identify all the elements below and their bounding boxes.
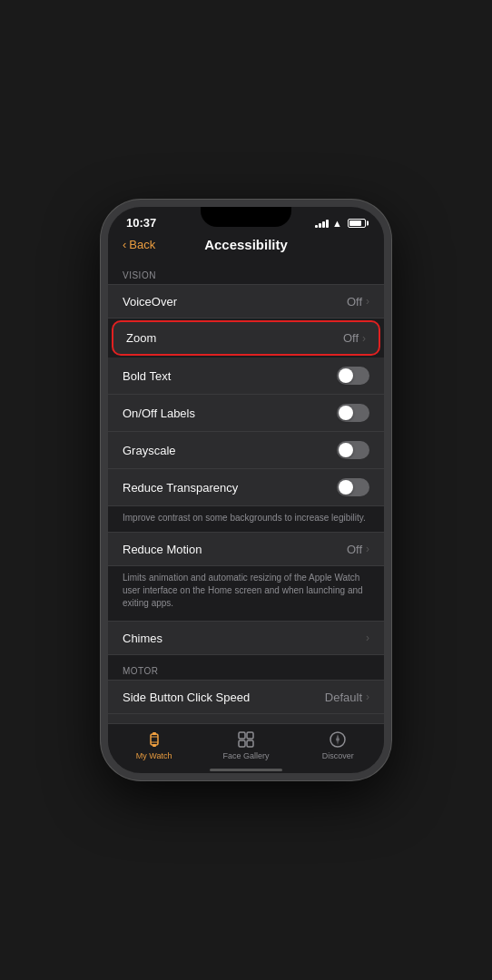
wifi-icon: ▲ bbox=[332, 218, 342, 229]
reduce-motion-value-text: Off bbox=[347, 543, 362, 556]
svg-rect-4 bbox=[153, 744, 156, 747]
phone-screen: 10:37 ▲ ‹ Back Accessibility bbox=[108, 207, 384, 773]
grayscale-toggle[interactable] bbox=[337, 441, 369, 459]
tab-bar: My Watch Face Gallery bbox=[108, 723, 384, 769]
reduce-motion-label: Reduce Motion bbox=[123, 543, 202, 556]
status-icons: ▲ bbox=[315, 218, 366, 229]
reduce-transparency-label: Reduce Transparency bbox=[123, 481, 238, 495]
svg-rect-3 bbox=[153, 732, 156, 735]
zoom-row[interactable]: Zoom Off › bbox=[112, 320, 380, 356]
side-button-row[interactable]: Side Button Click Speed Default › bbox=[108, 680, 384, 714]
motion-hint: Limits animation and automatic resizing … bbox=[108, 566, 384, 617]
page-title: Accessibility bbox=[204, 237, 288, 252]
back-button[interactable]: ‹ Back bbox=[123, 238, 155, 251]
reduce-motion-value: Off › bbox=[347, 543, 369, 556]
bold-text-label: Bold Text bbox=[123, 369, 171, 383]
grayscale-row[interactable]: Grayscale bbox=[108, 432, 384, 469]
motor-section-header: MOTOR bbox=[108, 655, 384, 680]
chimes-value: › bbox=[366, 632, 369, 644]
reduce-motion-row[interactable]: Reduce Motion Off › bbox=[108, 532, 384, 566]
chevron-left-icon: ‹ bbox=[123, 238, 126, 251]
voiceover-value-text: Off bbox=[347, 295, 362, 309]
voiceover-chevron-icon: › bbox=[366, 295, 369, 308]
onoff-labels-row[interactable]: On/Off Labels bbox=[108, 395, 384, 432]
home-indicator bbox=[108, 769, 384, 773]
side-button-chevron-icon: › bbox=[366, 691, 369, 703]
notch bbox=[201, 207, 291, 227]
compass-icon bbox=[328, 730, 348, 750]
svg-rect-5 bbox=[239, 732, 245, 739]
chimes-row[interactable]: Chimes › bbox=[108, 621, 384, 655]
bold-text-toggle[interactable] bbox=[337, 367, 369, 385]
bold-text-row[interactable]: Bold Text bbox=[108, 358, 384, 395]
zoom-label: Zoom bbox=[126, 331, 156, 345]
tab-my-watch[interactable]: My Watch bbox=[108, 730, 200, 760]
tab-discover-label: Discover bbox=[322, 751, 354, 760]
touch-accommodations-row[interactable]: Touch Accommodations Off › bbox=[108, 714, 384, 723]
battery-icon bbox=[348, 219, 366, 228]
side-button-value-text: Default bbox=[325, 691, 362, 704]
side-button-label: Side Button Click Speed bbox=[123, 691, 250, 704]
nav-bar: ‹ Back Accessibility bbox=[108, 233, 384, 260]
tab-discover[interactable]: Discover bbox=[292, 730, 384, 760]
onoff-labels-label: On/Off Labels bbox=[123, 407, 195, 420]
reduce-motion-chevron-icon: › bbox=[366, 543, 369, 555]
reduce-transparency-row[interactable]: Reduce Transparency bbox=[108, 469, 384, 506]
chimes-chevron-icon: › bbox=[366, 632, 369, 644]
zoom-chevron-icon: › bbox=[362, 332, 366, 345]
svg-rect-6 bbox=[247, 732, 253, 739]
svg-rect-0 bbox=[151, 734, 158, 745]
voiceover-row[interactable]: VoiceOver Off › bbox=[108, 284, 384, 318]
watch-icon bbox=[144, 730, 164, 750]
signal-icon bbox=[315, 219, 329, 228]
tab-face-gallery-label: Face Gallery bbox=[222, 751, 269, 760]
grayscale-label: Grayscale bbox=[123, 444, 176, 457]
voiceover-value: Off › bbox=[347, 295, 369, 309]
onoff-labels-toggle[interactable] bbox=[337, 404, 369, 422]
tab-face-gallery[interactable]: Face Gallery bbox=[200, 730, 291, 760]
side-button-value: Default › bbox=[325, 691, 369, 704]
back-label: Back bbox=[129, 238, 155, 251]
chimes-label: Chimes bbox=[123, 632, 162, 645]
face-gallery-icon bbox=[236, 730, 256, 750]
phone-frame: 10:37 ▲ ‹ Back Accessibility bbox=[101, 200, 391, 780]
svg-rect-7 bbox=[239, 740, 245, 747]
vision-section-header: VISION bbox=[108, 260, 384, 284]
voiceover-label: VoiceOver bbox=[123, 295, 177, 309]
zoom-value: Off › bbox=[343, 331, 366, 345]
svg-rect-8 bbox=[247, 740, 253, 747]
reduce-transparency-toggle[interactable] bbox=[337, 478, 369, 496]
zoom-value-text: Off bbox=[343, 331, 359, 345]
tab-my-watch-label: My Watch bbox=[136, 751, 172, 760]
vision-hint: Improve contrast on some backgrounds to … bbox=[108, 506, 384, 532]
content-area: VISION VoiceOver Off › Zoom Off › bbox=[108, 260, 384, 723]
scroll-content: VISION VoiceOver Off › Zoom Off › bbox=[108, 260, 384, 723]
status-time: 10:37 bbox=[126, 216, 156, 230]
